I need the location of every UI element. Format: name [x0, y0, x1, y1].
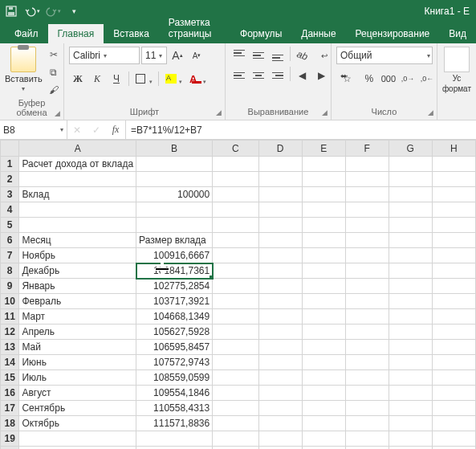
cell[interactable]: Размер вклада: [136, 233, 213, 248]
cell[interactable]: [432, 355, 475, 370]
cell[interactable]: [302, 309, 345, 325]
tab-вставка[interactable]: Вставка: [104, 24, 159, 43]
cell[interactable]: [258, 202, 302, 218]
cell[interactable]: [213, 263, 258, 279]
cell[interactable]: Май: [19, 340, 136, 355]
row-header[interactable]: 13: [1, 340, 19, 355]
cell[interactable]: 110558,4313: [136, 401, 213, 416]
cell[interactable]: [302, 263, 345, 279]
cell[interactable]: [389, 340, 432, 355]
cell[interactable]: [302, 187, 345, 202]
row-header[interactable]: 10: [1, 294, 19, 309]
cell[interactable]: [389, 172, 432, 187]
row-header[interactable]: 17: [1, 401, 19, 416]
orientation-button[interactable]: ab▾: [294, 47, 311, 64]
cell[interactable]: [213, 370, 258, 386]
cell[interactable]: [302, 279, 345, 294]
font-size-combo[interactable]: 11▾: [141, 47, 167, 64]
cell[interactable]: [345, 447, 389, 450]
row-header[interactable]: 1: [1, 157, 19, 172]
cell[interactable]: [345, 386, 389, 401]
cell[interactable]: [345, 248, 389, 263]
cell[interactable]: Расчет дохода от вклада: [19, 157, 136, 172]
cell[interactable]: [345, 401, 389, 416]
increase-indent-button[interactable]: ▶: [313, 67, 331, 84]
cell[interactable]: Октябрь: [19, 416, 136, 431]
cell[interactable]: [432, 294, 475, 309]
cell[interactable]: [213, 431, 258, 447]
row-header[interactable]: 9: [1, 279, 19, 294]
cell[interactable]: [213, 187, 258, 202]
cell[interactable]: 111571,8836: [136, 416, 213, 431]
align-top-button[interactable]: [230, 47, 248, 64]
cell[interactable]: [302, 340, 345, 355]
cell[interactable]: Месяц: [19, 233, 136, 248]
cell[interactable]: 100916,6667: [136, 248, 213, 263]
fill-color-button[interactable]: ▾: [162, 70, 185, 88]
cell[interactable]: [302, 157, 345, 172]
dialog-launcher-icon[interactable]: ◢: [322, 108, 328, 116]
cell[interactable]: [432, 447, 475, 450]
column-header[interactable]: C: [213, 141, 258, 157]
cell[interactable]: [213, 279, 258, 294]
tab-главная[interactable]: Главная: [48, 24, 104, 43]
align-center-button[interactable]: [250, 67, 267, 84]
cell[interactable]: [432, 386, 475, 401]
row-header[interactable]: 11: [1, 309, 19, 325]
cell[interactable]: [302, 325, 345, 340]
cell[interactable]: [302, 294, 345, 309]
cell[interactable]: [258, 233, 302, 248]
cell[interactable]: [432, 309, 475, 325]
cell[interactable]: Сентябрь: [19, 401, 136, 416]
cell[interactable]: [302, 248, 345, 263]
cell[interactable]: [432, 431, 475, 447]
row-header[interactable]: 14: [1, 355, 19, 370]
cell[interactable]: Июнь: [19, 355, 136, 370]
align-left-button[interactable]: [230, 67, 248, 84]
underline-button[interactable]: Ч▾: [108, 70, 125, 88]
row-header[interactable]: 18: [1, 416, 19, 431]
row-header[interactable]: 7: [1, 248, 19, 263]
cell[interactable]: [389, 370, 432, 386]
cell[interactable]: [213, 401, 258, 416]
cell[interactable]: [389, 263, 432, 279]
cell[interactable]: 100000: [136, 187, 213, 202]
cell[interactable]: [213, 355, 258, 370]
bold-button[interactable]: Ж: [69, 70, 87, 88]
dialog-launcher-icon[interactable]: ◢: [216, 108, 222, 116]
cell[interactable]: Январь: [19, 279, 136, 294]
copy-button[interactable]: ⧉: [46, 64, 62, 80]
column-header[interactable]: H: [432, 141, 475, 157]
cell[interactable]: [389, 401, 432, 416]
cell[interactable]: [389, 248, 432, 263]
dialog-launcher-icon[interactable]: ◢: [55, 109, 60, 117]
row-header[interactable]: 15: [1, 370, 19, 386]
cell[interactable]: [302, 370, 345, 386]
cell[interactable]: 102775,2854: [136, 279, 213, 294]
conditional-formatting-button[interactable]: [444, 47, 470, 72]
cell[interactable]: [345, 294, 389, 309]
cell[interactable]: 101841,7361: [136, 263, 213, 279]
cell[interactable]: [302, 355, 345, 370]
cell[interactable]: [136, 218, 213, 233]
cell[interactable]: [389, 309, 432, 325]
cell[interactable]: [302, 431, 345, 447]
cell[interactable]: [432, 401, 475, 416]
cell[interactable]: [345, 233, 389, 248]
cell[interactable]: [345, 218, 389, 233]
increase-decimal-button[interactable]: ,0→: [399, 70, 417, 88]
cell[interactable]: [389, 431, 432, 447]
cell[interactable]: [258, 416, 302, 431]
cell[interactable]: [302, 172, 345, 187]
cell[interactable]: [345, 355, 389, 370]
cell[interactable]: [258, 370, 302, 386]
row-header[interactable]: 4: [1, 202, 19, 218]
cell[interactable]: [213, 218, 258, 233]
cell[interactable]: [213, 416, 258, 431]
cell[interactable]: 106595,8457: [136, 340, 213, 355]
cell[interactable]: [389, 157, 432, 172]
cell[interactable]: [213, 309, 258, 325]
cell[interactable]: 109554,1846: [136, 386, 213, 401]
redo-icon[interactable]: ▾: [45, 3, 61, 19]
cell[interactable]: [258, 325, 302, 340]
